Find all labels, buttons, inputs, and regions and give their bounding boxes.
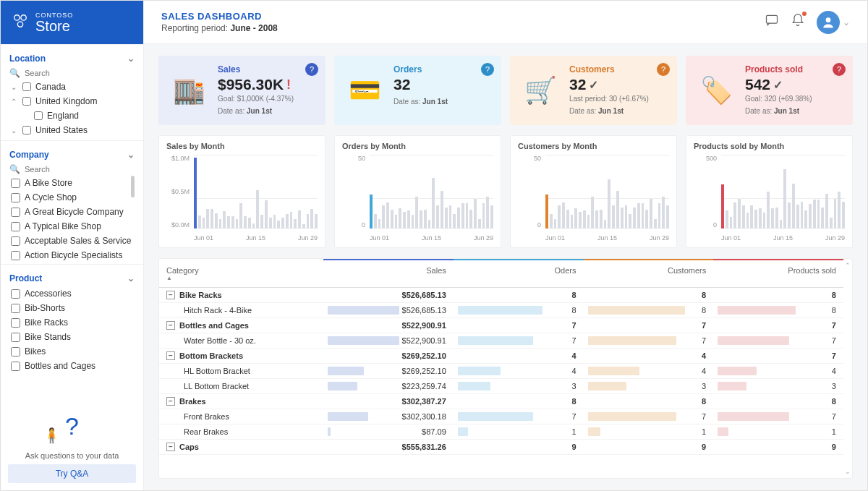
chart-bar bbox=[219, 219, 222, 229]
chart-bar bbox=[591, 197, 594, 229]
try-qna-button[interactable]: Try Q&A bbox=[8, 464, 136, 483]
table-row[interactable]: Hitch Rack - 4-Bike$526,685.13888 bbox=[159, 303, 843, 318]
kpi-orders-card[interactable]: ? 💳 Orders 32 Date as: Jun 1st bbox=[334, 56, 501, 125]
chart-products[interactable]: Products sold by Month 5000 Jun 01Jun 15… bbox=[686, 135, 853, 248]
chart-bar bbox=[754, 210, 757, 229]
chart-bar bbox=[478, 219, 481, 229]
company-item[interactable]: A Great Bicycle Company bbox=[9, 205, 135, 219]
table-row[interactable]: HL Bottom Bracket$269,252.10444 bbox=[159, 364, 843, 379]
table-row[interactable]: LL Bottom Bracket$223,259.74333 bbox=[159, 379, 843, 394]
checkbox[interactable] bbox=[11, 236, 20, 246]
location-search[interactable]: 🔍 bbox=[9, 67, 135, 80]
collapse-icon[interactable]: − bbox=[166, 291, 175, 299]
chart-bar bbox=[206, 209, 209, 229]
col-sales[interactable]: Sales bbox=[323, 259, 454, 288]
checkbox[interactable] bbox=[22, 97, 31, 106]
info-icon[interactable]: ? bbox=[305, 63, 318, 76]
col-orders[interactable]: Oders bbox=[454, 259, 584, 288]
table-row[interactable]: Rear Brakes$87.09111 bbox=[159, 424, 843, 440]
checkbox[interactable] bbox=[11, 179, 20, 188]
company-item[interactable]: Acceptable Sales & Service bbox=[9, 234, 135, 248]
table-row[interactable]: −Bike Racks$526,685.13888 bbox=[159, 288, 843, 303]
company-panel-header[interactable]: Company ⌄ bbox=[9, 147, 135, 163]
product-label: Accessories bbox=[25, 289, 72, 299]
chart-bar bbox=[432, 178, 435, 229]
chart-bar bbox=[395, 215, 398, 229]
chart-bar bbox=[721, 184, 724, 229]
checkbox[interactable] bbox=[11, 333, 20, 342]
info-icon[interactable]: ? bbox=[481, 63, 494, 76]
checkbox[interactable] bbox=[22, 126, 31, 135]
chevron-down-icon: ⌄ bbox=[127, 273, 135, 283]
col-customers[interactable]: Customers bbox=[584, 259, 714, 288]
checkbox[interactable] bbox=[11, 318, 20, 328]
product-item[interactable]: Bike Stands bbox=[9, 330, 135, 344]
info-icon[interactable]: ? bbox=[833, 63, 846, 76]
info-icon[interactable]: ? bbox=[657, 63, 670, 76]
location-item[interactable]: ⌄Canada bbox=[9, 80, 135, 94]
location-item[interactable]: ⌄United States bbox=[9, 123, 135, 137]
checkbox[interactable] bbox=[34, 111, 43, 120]
checkbox[interactable] bbox=[11, 362, 20, 371]
product-panel-header[interactable]: Product ⌄ bbox=[9, 270, 135, 286]
chart-bar bbox=[424, 210, 427, 229]
checkbox[interactable] bbox=[11, 208, 20, 217]
user-avatar[interactable] bbox=[817, 11, 840, 34]
checkbox[interactable] bbox=[11, 193, 20, 202]
bell-icon[interactable] bbox=[791, 13, 805, 31]
company-search-input[interactable] bbox=[25, 165, 111, 174]
product-item[interactable]: Bottles and Cages bbox=[9, 359, 135, 373]
table-row[interactable]: −Bottles and Cages$522,900.91777 bbox=[159, 318, 843, 333]
checkbox[interactable] bbox=[11, 347, 20, 356]
chart-customers[interactable]: Customers by Month 500 Jun 01Jun 15Jun 2… bbox=[510, 135, 677, 248]
company-title: Company bbox=[9, 150, 49, 160]
kpi-customers-card[interactable]: ? 🛒 Customers 32✓ Last period: 30 (+6.67… bbox=[510, 56, 677, 125]
checkbox[interactable] bbox=[11, 289, 20, 299]
chart-bar bbox=[290, 212, 293, 229]
product-item[interactable]: Bikes bbox=[9, 344, 135, 359]
scroll-down-icon[interactable]: ⌄ bbox=[845, 468, 851, 475]
chart-bar bbox=[604, 220, 607, 229]
table-row[interactable]: −Bottom Brackets$269,252.10447 bbox=[159, 349, 843, 364]
chart-bar bbox=[466, 203, 469, 229]
chevron-icon: ⌃ bbox=[11, 98, 18, 106]
product-item[interactable]: Bike Racks bbox=[9, 315, 135, 330]
location-item[interactable]: ⌃United Kingdom bbox=[9, 94, 135, 108]
chart-orders[interactable]: Orders by Month 500 Jun 01Jun 15Jun 29 bbox=[334, 135, 501, 248]
company-item[interactable]: A Typical Bike Shop bbox=[9, 219, 135, 234]
collapse-icon[interactable]: − bbox=[166, 351, 175, 360]
company-item[interactable]: A Bike Store bbox=[9, 176, 135, 190]
product-item[interactable]: Accessories bbox=[9, 286, 135, 301]
chevron-down-icon[interactable]: ⌄ bbox=[843, 17, 850, 27]
company-search[interactable]: 🔍 bbox=[9, 163, 135, 176]
col-products[interactable]: Products sold bbox=[713, 259, 843, 288]
qna-text: Ask questions to your data bbox=[8, 451, 136, 460]
table-row[interactable]: Water Bottle - 30 oz.$522,900.91777 bbox=[159, 333, 843, 349]
comment-icon[interactable] bbox=[765, 13, 779, 31]
table-row[interactable]: Front Brakes$302,300.18777 bbox=[159, 409, 843, 424]
chart-sales[interactable]: Sales by Month $1.0M$0.5M$0.0M Jun 01Jun… bbox=[158, 135, 326, 248]
checkbox[interactable] bbox=[11, 304, 20, 313]
scrollbar-thumb[interactable] bbox=[131, 176, 135, 197]
collapse-icon[interactable]: − bbox=[166, 443, 175, 451]
company-item[interactable]: Action Bicycle Specialists bbox=[9, 248, 135, 261]
chart-bar bbox=[775, 208, 778, 229]
kpi-sales-card[interactable]: ? 🏬 Sales $956.30K! Goal: $1,000K (-4.37… bbox=[158, 56, 326, 125]
chart-bar bbox=[558, 205, 561, 229]
collapse-icon[interactable]: − bbox=[166, 397, 175, 406]
checkbox[interactable] bbox=[11, 222, 20, 231]
company-item[interactable]: A Cycle Shop bbox=[9, 190, 135, 205]
checkbox[interactable] bbox=[22, 82, 31, 91]
product-item[interactable]: Bib-Shorts bbox=[9, 301, 135, 315]
scroll-up-icon[interactable]: ⌃ bbox=[845, 262, 851, 269]
table-row[interactable]: −Caps$555,831.26999 bbox=[159, 440, 843, 455]
location-item[interactable]: England bbox=[9, 108, 135, 123]
chart-bar bbox=[746, 213, 749, 229]
kpi-products-card[interactable]: ? 🏷️ Products sold 542✓ Goal: 320 (+69.3… bbox=[686, 56, 853, 125]
location-panel-header[interactable]: Location ⌄ bbox=[9, 51, 135, 67]
table-row[interactable]: −Brakes$302,387.27888 bbox=[159, 394, 843, 409]
col-category[interactable]: Category ▲ bbox=[159, 259, 323, 288]
location-search-input[interactable] bbox=[25, 69, 111, 77]
checkbox[interactable] bbox=[11, 251, 20, 260]
collapse-icon[interactable]: − bbox=[166, 321, 175, 330]
